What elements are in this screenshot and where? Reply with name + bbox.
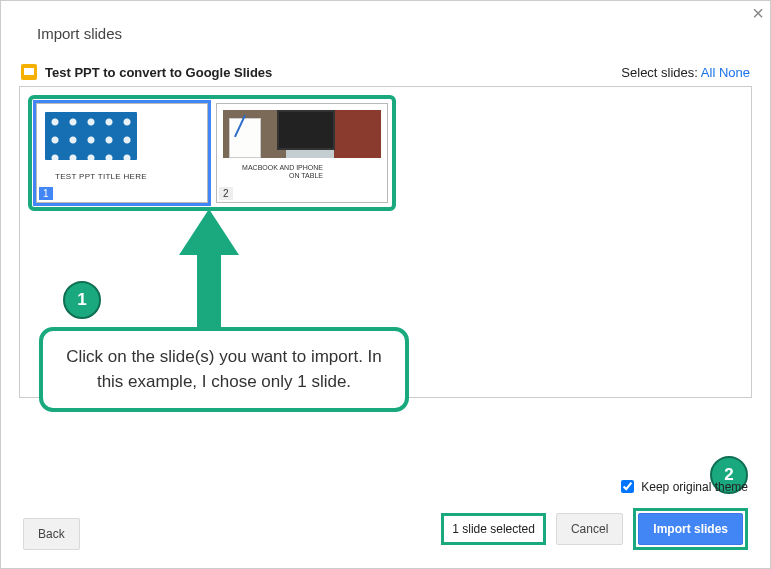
dialog-footer: Back Keep original theme 1 slide selecte… bbox=[1, 484, 770, 568]
import-button-highlight: Import slides bbox=[633, 508, 748, 550]
keep-theme-checkbox[interactable] bbox=[621, 480, 634, 493]
slide1-caption: TEST PPT TITLE HERE bbox=[55, 172, 147, 181]
slide1-image bbox=[45, 112, 137, 160]
back-button[interactable]: Back bbox=[23, 518, 80, 550]
slides-file-icon bbox=[21, 64, 37, 80]
import-slides-dialog: × Import slides Test PPT to convert to G… bbox=[0, 0, 771, 569]
thumbnails-highlight: TEST PPT TITLE HERE 1 MACBOOK AND IPHONE… bbox=[28, 95, 396, 211]
annotation-badge-1: 1 bbox=[63, 281, 101, 319]
file-name: Test PPT to convert to Google Slides bbox=[45, 65, 272, 80]
cancel-button[interactable]: Cancel bbox=[556, 513, 623, 545]
select-none-link[interactable]: None bbox=[719, 65, 750, 80]
keep-theme-text: Keep original theme bbox=[641, 480, 748, 494]
select-slides-group: Select slides: All None bbox=[621, 65, 750, 80]
slide2-caption: MACBOOK AND IPHONE ON TABLE bbox=[235, 164, 323, 179]
select-slides-label: Select slides: bbox=[621, 65, 698, 80]
keep-theme-label[interactable]: Keep original theme bbox=[617, 477, 748, 496]
slide2-notepad bbox=[229, 118, 261, 158]
close-icon[interactable]: × bbox=[752, 3, 764, 23]
slide1-number: 1 bbox=[39, 187, 53, 200]
selected-count: 1 slide selected bbox=[441, 513, 546, 545]
slide-thumb-2[interactable]: MACBOOK AND IPHONE ON TABLE 2 bbox=[216, 103, 388, 203]
select-all-link[interactable]: All bbox=[701, 65, 715, 80]
annotation-callout: Click on the slide(s) you want to import… bbox=[39, 327, 409, 412]
file-header: Test PPT to convert to Google Slides Sel… bbox=[19, 64, 752, 86]
slide2-laptop bbox=[277, 110, 335, 150]
slide2-number: 2 bbox=[219, 187, 233, 200]
annotation-badge-1-wrap: 1 bbox=[63, 281, 101, 319]
import-slides-button[interactable]: Import slides bbox=[638, 513, 743, 545]
annotation-arrow-icon bbox=[179, 209, 239, 334]
slide-thumb-1[interactable]: TEST PPT TITLE HERE 1 bbox=[36, 103, 208, 203]
dialog-title: Import slides bbox=[37, 25, 752, 42]
